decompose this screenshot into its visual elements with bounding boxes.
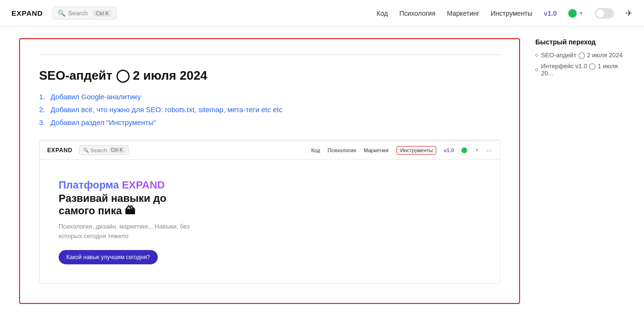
main-wrapper: SEO-апдейт ◯ 2 июля 2024 Добавил Google-… <box>0 27 644 315</box>
list-item: Добавил раздел "Инструменты" <box>39 118 500 126</box>
inner-hero-line2: Развивай навыки до самого пика 🏔 <box>59 192 480 217</box>
sidebar-title: Быстрый переход <box>535 38 625 46</box>
inner-hero-prefix: Платформа <box>59 179 122 191</box>
inner-hero-line1: Платформа EXPAND <box>59 179 480 191</box>
inner-nav-version: v1.0 <box>444 147 454 153</box>
globe-icon <box>568 9 577 18</box>
inner-search-kbd: Ctrl K <box>109 147 125 153</box>
sidebar-item-seo-label: SEO-апдейт ◯ 2 июля 2024 <box>541 52 623 59</box>
search-shortcut: Ctrl K <box>93 10 112 17</box>
top-navigation: EXPAND 🔍 Search Ctrl K Код Психология Ма… <box>0 0 644 27</box>
nav-logo: EXPAND <box>11 9 43 17</box>
content-box: SEO-апдейт ◯ 2 июля 2024 Добавил Google-… <box>19 38 520 304</box>
nav-link-kod[interactable]: Код <box>377 10 388 17</box>
inner-search-bar[interactable]: 🔍 Search Ctrl K <box>79 145 129 155</box>
update-list: Добавил Google-аналитику Добавил всё, чт… <box>39 93 500 126</box>
inner-nav-kod[interactable]: Код <box>311 147 320 153</box>
search-label: Search <box>68 10 88 17</box>
sidebar: Быстрый переход SEO-апдейт ◯ 2 июля 2024… <box>520 38 625 304</box>
nav-link-marketing[interactable]: Маркетинг <box>447 10 479 17</box>
list-item: Добавил всё, что нужно для SEO: robots.t… <box>39 105 500 114</box>
inner-nav-marketing[interactable]: Маркетинг <box>364 147 389 153</box>
nav-right-section: Код Психология Маркетинг Инструменты v1.… <box>377 8 633 19</box>
inner-nav-logo: EXPAND <box>47 147 72 154</box>
nav-link-tools[interactable]: Инструменты <box>491 10 532 17</box>
nav-version: v1.0 <box>544 10 557 17</box>
inner-hero-line2-text: Развивай навыки до <box>59 192 166 204</box>
update-header: SEO-апдейт ◯ 2 июля 2024 <box>39 68 500 83</box>
inner-nav: EXPAND 🔍 Search Ctrl K Код Психология Ма… <box>40 141 500 160</box>
inner-nav-right: Код Психология Маркетинг Инструменты v1.… <box>311 146 492 155</box>
inner-search-text: Search <box>91 147 107 153</box>
inner-search-icon: 🔍 <box>83 147 89 153</box>
inner-nav-psych[interactable]: Психология <box>327 147 356 153</box>
sidebar-dot-icon <box>535 54 538 57</box>
sidebar-item-seo[interactable]: SEO-апдейт ◯ 2 июля 2024 <box>535 52 625 59</box>
theme-toggle[interactable] <box>595 8 614 19</box>
inner-screenshot: EXPAND 🔍 Search Ctrl K Код Психология Ма… <box>39 140 500 284</box>
sidebar-item-interface-label: Интерфейс v1.0 ◯ 1 июля 20... <box>541 63 625 77</box>
inner-more-icon[interactable]: ··· <box>486 146 492 154</box>
section-divider-top <box>39 54 500 55</box>
inner-hero-desc: Психология, дизайн, маркетинг... Навыки,… <box>59 222 211 240</box>
sidebar-dot-icon <box>535 68 538 71</box>
inner-hero-brand: EXPAND <box>122 179 165 191</box>
inner-hero-content: Платформа EXPAND Развивай навыки до само… <box>40 160 500 283</box>
inner-cta-button[interactable]: Какой навык улучшим сегодня? <box>59 250 158 264</box>
inner-globe-icon <box>461 147 467 153</box>
language-selector[interactable]: ▼ <box>568 9 583 18</box>
inner-hero-line3-text: самого пика 🏔 <box>59 205 135 217</box>
search-icon: 🔍 <box>58 10 65 17</box>
sidebar-item-interface[interactable]: Интерфейс v1.0 ◯ 1 июля 20... <box>535 63 625 77</box>
nav-link-psych[interactable]: Психология <box>399 10 436 17</box>
mountain-emoji: 🏔 <box>125 205 135 217</box>
send-icon[interactable]: ✈ <box>625 8 633 19</box>
chevron-down-icon: ▼ <box>579 10 583 16</box>
inner-chevron-icon: ▼ <box>475 148 479 152</box>
inner-nav-tools[interactable]: Инструменты <box>397 146 436 155</box>
search-bar[interactable]: 🔍 Search Ctrl K <box>52 7 117 20</box>
list-item: Добавил Google-аналитику <box>39 93 500 101</box>
